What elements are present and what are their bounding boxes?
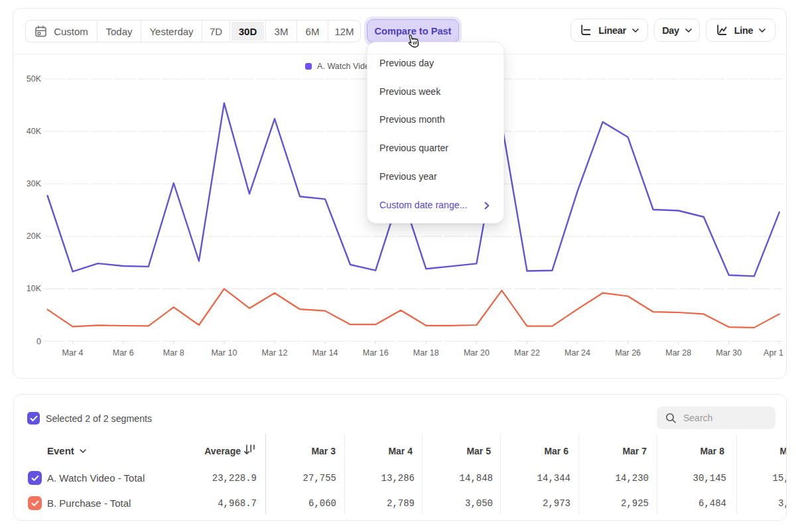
svg-text:Mar 16: Mar 16: [363, 348, 389, 358]
svg-text:50K: 50K: [27, 74, 42, 84]
svg-text:Mar 20: Mar 20: [464, 348, 490, 358]
svg-text:Apr 1: Apr 1: [763, 348, 783, 358]
svg-text:Mar 10: Mar 10: [211, 348, 237, 358]
svg-text:Mar 24: Mar 24: [564, 348, 590, 358]
svg-text:Mar 8: Mar 8: [163, 348, 184, 358]
svg-text:Mar 30: Mar 30: [716, 348, 742, 358]
svg-text:10K: 10K: [27, 284, 42, 293]
svg-text:Mar 28: Mar 28: [665, 348, 691, 358]
svg-text:Mar 22: Mar 22: [514, 348, 540, 358]
svg-text:Mar 14: Mar 14: [312, 348, 338, 358]
svg-text:0: 0: [36, 337, 41, 346]
svg-text:Mar 6: Mar 6: [113, 348, 134, 358]
svg-text:Mar 12: Mar 12: [262, 348, 288, 358]
svg-text:40K: 40K: [27, 127, 42, 136]
svg-text:Mar 4: Mar 4: [62, 348, 84, 358]
svg-text:30K: 30K: [27, 179, 42, 188]
svg-text:20K: 20K: [27, 232, 42, 241]
svg-text:Mar 18: Mar 18: [413, 348, 439, 358]
svg-text:Mar 26: Mar 26: [615, 348, 641, 358]
